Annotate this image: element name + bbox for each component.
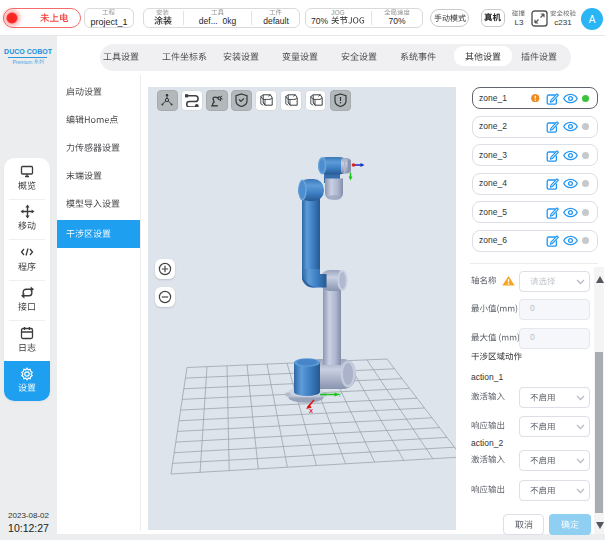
svg-text:X: X [309, 408, 313, 414]
svg-text:Y: Y [338, 392, 342, 398]
